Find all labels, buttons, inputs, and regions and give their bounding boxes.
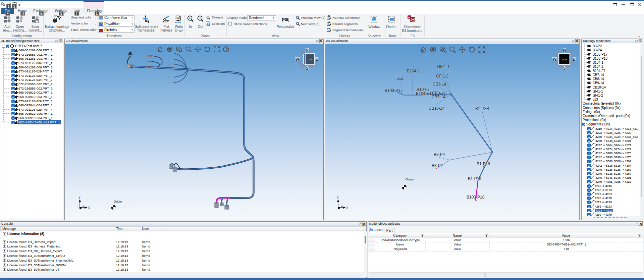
svg-text:Y: Y — [337, 196, 339, 199]
svg-text:N: N — [563, 48, 566, 53]
svg-text:GFI1-1: GFI1-1 — [437, 64, 450, 69]
svg-text:S: S — [563, 66, 566, 71]
svg-text:B103-P18: B103-P18 — [467, 195, 485, 200]
svg-text:Z: Z — [83, 204, 85, 208]
svg-text:X: X — [88, 206, 90, 209]
svg-text:B1-P19: B1-P19 — [468, 176, 481, 181]
svg-text:Origin: Origin — [114, 200, 122, 203]
svg-text:B1-P3B: B1-P3B — [475, 106, 489, 111]
svg-text:B103-P17: B103-P17 — [385, 88, 403, 93]
svg-text:W: W — [553, 57, 557, 62]
svg-text:W: W — [296, 57, 300, 62]
svg-text:N: N — [306, 48, 309, 53]
svg-text:TOP: TOP — [561, 58, 567, 61]
svg-text:CB7-14: CB7-14 — [432, 95, 445, 99]
svg-text:B104-1: B104-1 — [407, 69, 420, 73]
svg-text:B1-P18: B1-P18 — [477, 162, 490, 166]
svg-text:e: e — [408, 16, 410, 19]
svg-text:E3: E3 — [176, 16, 179, 19]
svg-text:S: S — [306, 66, 308, 71]
svg-text:E: E — [573, 57, 575, 62]
svg-text:B3-P2: B3-P2 — [432, 163, 443, 168]
svg-text:J13: J13 — [397, 76, 404, 81]
svg-text:B3-P4: B3-P4 — [434, 152, 445, 157]
svg-text:X: X — [346, 206, 348, 209]
svg-text:CB10-14: CB10-14 — [429, 106, 445, 111]
svg-text:Z: Z — [341, 204, 343, 208]
svg-text:Y: Y — [78, 196, 80, 199]
svg-text:GFI1-2: GFI1-2 — [436, 74, 449, 78]
svg-text:E: E — [315, 57, 318, 62]
svg-text:CB9-14: CB9-14 — [433, 82, 446, 87]
svg-text:TOP: TOP — [307, 58, 312, 61]
svg-text:Origin: Origin — [406, 178, 414, 181]
svg-text:B104-E1: B104-E1 — [416, 91, 432, 96]
